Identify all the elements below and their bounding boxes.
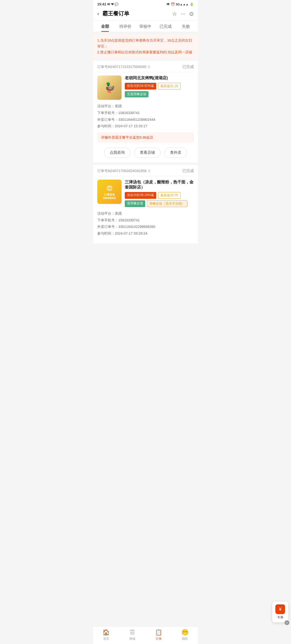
- restaurant-name-2: 三津汤包（凉皮，酸辣粉，热干面，金奎国际店）: [125, 180, 194, 190]
- header-actions: ☆ ··· ⊙: [172, 11, 194, 17]
- consult-button-1[interactable]: 点我咨询: [104, 148, 130, 158]
- tabs-bar: 全部 待评价 审核中 已完成 失败: [93, 21, 198, 32]
- platform-1: 活动平台：美团: [97, 103, 194, 110]
- order-status-2: 已完成: [182, 169, 194, 173]
- header: ‹ 霸王餐订单 ☆ ··· ⊙: [93, 7, 198, 21]
- status-bar: 15:41 ✉ ❤ 💬 👁 ⏰ 5G▲▲▲ 🔋: [93, 0, 198, 7]
- tags-1: 按实付的34.92%返 最高返21.15 无需用餐反馈: [125, 83, 194, 97]
- status-time: 15:41: [97, 2, 106, 6]
- eye-icon: 👁: [167, 2, 170, 6]
- copy-icon-2[interactable]: ⎘: [148, 169, 150, 173]
- join-time-2: 参与时间：2024-07-17 09:29:24: [97, 230, 194, 237]
- view-delivery-button-1[interactable]: 查外卖: [164, 148, 187, 158]
- tag-feedback-detail-2: 用餐反馈（需含字含图）: [147, 200, 187, 207]
- tab-reviewing[interactable]: 审核中: [136, 21, 156, 32]
- order-number-2: 订单号M240717092924G81858 ⎘: [97, 169, 150, 173]
- order-header-2: 订单号M240717092924G81858 ⎘ 已完成: [97, 169, 194, 176]
- restaurant-name-1: 老胡同北京烤鸭(清湖店): [125, 76, 194, 81]
- order-card-1: 订单号M240717153317N94095 ⎘ 已完成 老胡同北京烤鸭(清湖店…: [93, 61, 198, 163]
- img-brand-name: 三津汤包: [104, 193, 115, 197]
- phone-2: 下单手机号：15816339741: [97, 217, 194, 224]
- tag-max-return-2: 最高返15.75: [158, 192, 181, 199]
- phone-1: 下单手机号：15816339741: [97, 110, 194, 117]
- tab-failed[interactable]: 失败: [176, 21, 196, 32]
- tag-feedback-1: 无需用餐反馈: [125, 91, 148, 97]
- order-meta-2: 活动平台：美团 下单手机号：15816339741 外卖订单号：33011641…: [97, 210, 194, 237]
- order-number-1: 订单号M240717153317N94095 ⎘: [97, 64, 150, 69]
- view-store-button-1[interactable]: 查看店铺: [134, 148, 161, 158]
- external-order-2: 外卖订单号：3301164142298666260: [97, 224, 194, 230]
- favorite-icon[interactable]: ☆: [172, 11, 177, 17]
- status-icons: ✉ ❤ 💬: [107, 2, 119, 6]
- restaurant-row-1: 老胡同北京烤鸭(清湖店) 按实付的34.92%返 最高返21.15 无需用餐反馈: [97, 76, 194, 100]
- battery-icon: 🔋: [190, 2, 194, 6]
- action-buttons-1: 点我咨询 查看店铺 查外卖: [97, 146, 194, 159]
- tag-return-rate-1: 按实付的34.92%返: [125, 83, 156, 90]
- tags-2: 按实付的39.28%返 最高返15.75 需用餐反馈 用餐反馈（需含字含图）: [125, 192, 194, 207]
- restaurant-info-1: 老胡同北京烤鸭(清湖店) 按实付的34.92%返 最高返21.15 无需用餐反馈: [125, 76, 194, 97]
- notice-line2: 2.禁止预订单和以任何形式向商家索要返利/红包以及同一店铺: [97, 49, 194, 55]
- notice-banner: 1.当天18点提前提交的订单都将在当天审完，18点之后的次日审完； 2.禁止预订…: [93, 34, 198, 59]
- restaurant-info-2: 三津汤包（凉皮，酸辣粉，热干面，金奎国际店） 按实付的39.28%返 最高返15…: [125, 180, 194, 207]
- tab-completed[interactable]: 已完成: [155, 21, 176, 32]
- join-time-1: 参与时间：2024-07-17 15:33:17: [97, 123, 194, 130]
- back-button[interactable]: ‹: [97, 11, 99, 17]
- tab-all[interactable]: 全部: [95, 21, 115, 32]
- record-icon[interactable]: ⊙: [189, 11, 194, 17]
- img-brand-sub: 现做现蒸现卖: [103, 197, 116, 200]
- order-status-1: 已完成: [182, 64, 194, 69]
- page-title: 霸王餐订单: [102, 10, 169, 17]
- order-header-1: 订单号M240717153317N94095 ⎘ 已完成: [97, 64, 194, 72]
- platform-2: 活动平台：美团: [97, 210, 194, 217]
- signal-icon: 5G▲▲▲: [176, 3, 189, 6]
- tag-return-rate-2: 按实付的39.28%返: [125, 192, 156, 199]
- external-order-1: 外卖订单号：3301164451238902444: [97, 117, 194, 123]
- tag-max-return-1: 最高返21.15: [158, 83, 181, 90]
- copy-icon-1[interactable]: ⎘: [148, 65, 150, 69]
- order-meta-1: 活动平台：美团 下单手机号：15816339741 外卖订单号：33011644…: [97, 103, 194, 130]
- reward-notice-1: 评赚外卖霸王餐平台返您6.98金豆: [97, 132, 194, 143]
- restaurant-row-2: ㊂ 三津汤包 现做现蒸现卖 三津汤包（凉皮，酸辣粉，热干面，金奎国际店） 按实付…: [97, 180, 194, 207]
- status-right: 👁 ⏰ 5G▲▲▲ 🔋: [167, 2, 194, 6]
- tab-pending[interactable]: 待评价: [115, 21, 136, 32]
- status-left: 15:41 ✉ ❤ 💬: [97, 2, 119, 6]
- restaurant-image-2: ㊂ 三津汤包 现做现蒸现卖: [97, 180, 122, 204]
- order-card-2: 订单号M240717092924G81858 ⎘ 已完成 ㊂ 三津汤包 现做现蒸…: [93, 165, 198, 244]
- tag-feedback-2: 需用餐反馈: [125, 200, 145, 207]
- alarm-icon: ⏰: [171, 2, 175, 6]
- content-area: 1.当天18点提前提交的订单都将在当天审完，18点之后的次日审完； 2.禁止预订…: [93, 34, 198, 265]
- notice-line1: 1.当天18点提前提交的订单都将在当天审完，18点之后的次日审完；: [97, 37, 194, 49]
- restaurant-image-1: [97, 76, 122, 100]
- more-icon[interactable]: ···: [181, 11, 185, 17]
